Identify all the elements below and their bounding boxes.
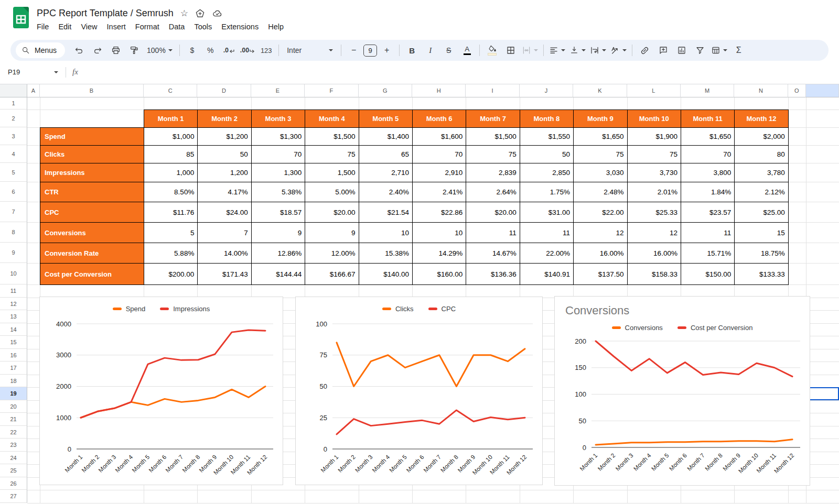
column-header-c[interactable]: C	[144, 84, 197, 97]
table-cell[interactable]: 3,800	[681, 163, 734, 182]
strikethrough-button[interactable]: S	[440, 43, 457, 58]
column-header-h[interactable]: H	[412, 84, 466, 97]
row-header-12[interactable]: 12	[0, 298, 27, 311]
table-cell[interactable]: 2,910	[412, 163, 466, 182]
table-cell[interactable]: $1,300	[251, 128, 305, 146]
text-color-button[interactable]: A	[458, 43, 476, 58]
column-header-m[interactable]: M	[681, 84, 734, 97]
table-cell[interactable]: $1,200	[198, 128, 251, 146]
table-row-label[interactable]: Conversions	[40, 223, 144, 243]
row-header-13[interactable]: 13	[0, 310, 27, 323]
table-cell[interactable]: 1,300	[251, 163, 305, 182]
table-cell[interactable]: $158.33	[627, 264, 681, 285]
table-cell[interactable]: $18.57	[251, 202, 305, 223]
table-cell[interactable]: 70	[251, 146, 305, 163]
row-header-22[interactable]: 22	[0, 426, 27, 439]
table-cell[interactable]: $171.43	[198, 264, 251, 285]
menu-view[interactable]: View	[76, 21, 102, 32]
table-month-header[interactable]: Month 7	[466, 110, 520, 128]
zoom-select[interactable]: 100%	[144, 43, 176, 58]
table-cell[interactable]: $1,500	[305, 128, 359, 146]
table-cell[interactable]: $24.00	[198, 202, 251, 223]
undo-button[interactable]	[70, 43, 88, 58]
table-cell[interactable]: 1.84%	[681, 182, 734, 202]
table-month-header[interactable]: Month 1	[144, 110, 198, 128]
table-cell[interactable]: 10	[359, 223, 412, 243]
row-header-19[interactable]: 19	[0, 387, 27, 400]
row-header-24[interactable]: 24	[0, 452, 27, 465]
select-all-corner[interactable]	[0, 84, 27, 97]
table-cell[interactable]: 85	[144, 146, 198, 163]
sheets-logo-icon[interactable]	[13, 7, 29, 28]
table-cell[interactable]: 2.01%	[627, 182, 681, 202]
redo-button[interactable]	[89, 43, 106, 58]
table-cell[interactable]: 15.38%	[359, 243, 412, 264]
row-header-25[interactable]: 25	[0, 464, 27, 477]
table-cell[interactable]: 11	[520, 223, 573, 243]
table-cell[interactable]: $20.00	[305, 202, 359, 223]
table-cell[interactable]: 18.75%	[735, 243, 788, 264]
borders-button[interactable]	[502, 43, 519, 58]
merge-cells-button[interactable]	[520, 43, 540, 58]
table-cell[interactable]: 1,200	[198, 163, 251, 182]
menu-format[interactable]: Format	[131, 21, 164, 32]
table-row-label[interactable]: CTR	[40, 182, 144, 202]
table-month-header[interactable]: Month 11	[681, 110, 734, 128]
table-cell[interactable]: $2,000	[735, 128, 788, 146]
table-cell[interactable]: 16.00%	[627, 243, 681, 264]
table-cell[interactable]: $140.00	[359, 264, 412, 285]
table-tools-button[interactable]	[709, 43, 729, 58]
table-month-header[interactable]: Month 3	[251, 110, 305, 128]
italic-button[interactable]: I	[422, 43, 439, 58]
table-cell[interactable]: 75	[305, 146, 359, 163]
table-cell[interactable]: 75	[466, 146, 520, 163]
table-cell[interactable]: $166.67	[305, 264, 359, 285]
table-cell[interactable]: $25.00	[735, 202, 788, 223]
table-cell[interactable]: $200.00	[144, 264, 198, 285]
table-row-label[interactable]: Cost per Conversion	[40, 264, 144, 285]
table-cell[interactable]: 70	[681, 146, 734, 163]
table-cell[interactable]: $1,650	[681, 128, 734, 146]
column-header-j[interactable]: J	[520, 84, 573, 97]
menu-tools[interactable]: Tools	[189, 21, 217, 32]
table-cell[interactable]: 1.75%	[520, 182, 573, 202]
table-cell[interactable]: $23.57	[681, 202, 734, 223]
row-header-18[interactable]: 18	[0, 375, 27, 388]
column-header-d[interactable]: D	[197, 84, 251, 97]
table-cell[interactable]: 2,850	[520, 163, 573, 182]
table-cell[interactable]: $137.50	[574, 264, 627, 285]
table-cell[interactable]: $11.76	[144, 202, 198, 223]
table-month-header[interactable]: Month 2	[198, 110, 251, 128]
fx-icon[interactable]: fx	[72, 68, 78, 76]
row-header-9[interactable]: 9	[0, 243, 27, 263]
column-header-l[interactable]: L	[627, 84, 681, 97]
table-row-label[interactable]: Conversion Rate	[40, 243, 144, 264]
table-cell[interactable]: 5.38%	[251, 182, 305, 202]
column-header-i[interactable]: I	[466, 84, 519, 97]
table-month-header[interactable]: Month 10	[627, 110, 681, 128]
row-header-10[interactable]: 10	[0, 263, 27, 284]
column-header-e[interactable]: E	[251, 84, 305, 97]
functions-button[interactable]: Σ	[730, 43, 747, 58]
menu-extensions[interactable]: Extensions	[217, 21, 263, 32]
column-header-f[interactable]: F	[305, 84, 358, 97]
table-cell[interactable]: 1,500	[305, 163, 359, 182]
table-cell[interactable]: $25.33	[627, 202, 681, 223]
increase-decimal-button[interactable]: .00	[239, 43, 256, 58]
move-folder-icon[interactable]	[195, 8, 205, 18]
paint-format-button[interactable]	[125, 43, 143, 58]
table-month-header[interactable]: Month 8	[520, 110, 573, 128]
horizontal-align-button[interactable]	[547, 43, 567, 58]
format-percent-button[interactable]: %	[202, 43, 219, 58]
insert-link-button[interactable]	[636, 43, 653, 58]
decrease-decimal-button[interactable]: .0	[220, 43, 238, 58]
format-currency-button[interactable]: $	[184, 43, 201, 58]
table-cell[interactable]: 2,839	[466, 163, 520, 182]
table-cell[interactable]: 9	[251, 223, 305, 243]
table-cell[interactable]: 9	[305, 223, 359, 243]
table-cell[interactable]: $22.86	[412, 202, 466, 223]
table-cell[interactable]: 3,780	[735, 163, 788, 182]
table-cell[interactable]: 2.41%	[412, 182, 466, 202]
row-header-26[interactable]: 26	[0, 477, 27, 490]
table-cell[interactable]: 5	[144, 223, 198, 243]
